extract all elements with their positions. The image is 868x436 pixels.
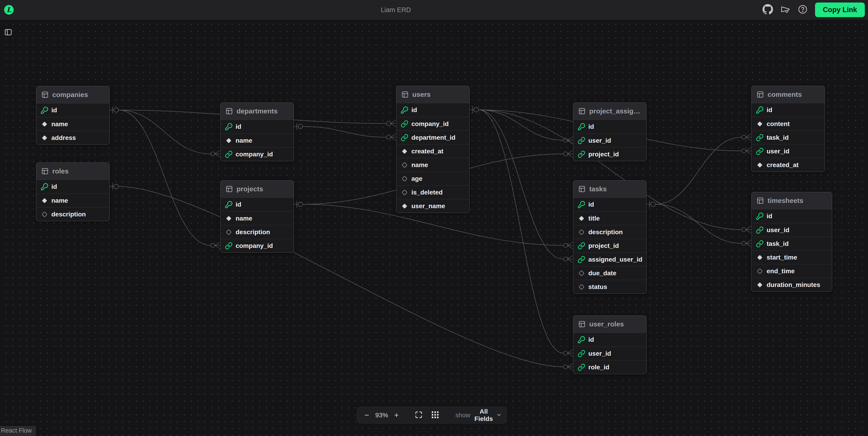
primary-key-icon [756, 212, 764, 220]
table-name: comments [768, 91, 821, 98]
column-row-roles-description[interactable]: description [36, 207, 110, 221]
column-row-users-id[interactable]: id [396, 103, 469, 117]
liam-logo[interactable]: L [4, 5, 14, 14]
column-row-departments-id[interactable]: id [221, 120, 293, 133]
foreign-key-link-icon [577, 256, 586, 263]
column-row-timesheets-task_id[interactable]: task_id [751, 237, 832, 250]
table-tasks[interactable]: tasksidtitledescriptionproject_idassigne… [573, 180, 647, 294]
column-row-roles-name[interactable]: name [36, 194, 110, 207]
column-row-users-company_id[interactable]: company_id [396, 117, 469, 131]
foreign-key-link-icon [756, 226, 764, 234]
table-header-timesheets[interactable]: timesheets [751, 192, 832, 209]
help-button[interactable] [798, 4, 808, 15]
column-row-departments-name[interactable]: name [221, 133, 293, 147]
table-project_assignments[interactable]: project_assignmentsiduser_idproject_id [573, 102, 647, 161]
table-user_roles[interactable]: user_rolesiduser_idrole_id [573, 315, 647, 374]
column-row-users-user_name[interactable]: user_name [396, 199, 469, 213]
column-name: description [588, 228, 623, 236]
table-header-comments[interactable]: comments [751, 86, 825, 103]
column-name: due_date [588, 270, 616, 277]
table-header-project_assignments[interactable]: project_assignments [573, 103, 646, 120]
react-flow-attribution[interactable]: React Flow [0, 426, 36, 436]
fit-view-button[interactable] [412, 410, 425, 420]
column-row-timesheets-user_id[interactable]: user_id [751, 223, 832, 237]
zoom-in-button[interactable]: + [393, 411, 400, 419]
canvas-toolbar: − 93% + show All Fields [357, 407, 506, 424]
table-departments[interactable]: departmentsidnamecompany_id [220, 102, 294, 161]
column-row-departments-company_id[interactable]: company_id [221, 147, 293, 161]
table-projects[interactable]: projectsidnamedescriptioncompany_id [220, 180, 294, 253]
column-name: assigned_user_id [588, 256, 643, 263]
column-name: id [51, 183, 57, 190]
column-name: task_id [767, 134, 789, 141]
column-row-timesheets-start_time[interactable]: start_time [751, 250, 832, 264]
column-name: description [236, 228, 270, 236]
table-header-departments[interactable]: departments [221, 103, 293, 120]
show-mode-select[interactable]: All Fields [473, 408, 503, 423]
table-comments[interactable]: commentsidcontenttask_iduser_idcreated_a… [751, 86, 825, 172]
column-row-timesheets-id[interactable]: id [751, 209, 832, 223]
panel-left-icon [4, 34, 13, 37]
column-row-projects-company_id[interactable]: company_id [221, 239, 293, 252]
tidy-up-button[interactable] [429, 410, 442, 420]
column-row-tasks-due_date[interactable]: due_date [573, 266, 646, 280]
column-row-users-department_id[interactable]: department_id [396, 131, 469, 144]
foreign-key-link-icon [225, 150, 233, 158]
column-row-roles-id[interactable]: id [36, 180, 110, 194]
nullable-diamond-icon [40, 211, 49, 218]
column-row-users-is_deleted[interactable]: is_deleted [396, 185, 469, 199]
primary-key-icon [756, 106, 764, 114]
column-row-project_assignments-user_id[interactable]: user_id [573, 133, 646, 147]
column-row-companies-name[interactable]: name [36, 117, 110, 131]
column-row-users-age[interactable]: age [396, 172, 469, 185]
column-row-tasks-status[interactable]: status [573, 280, 646, 293]
table-header-projects[interactable]: projects [221, 181, 293, 198]
column-row-tasks-project_id[interactable]: project_id [573, 239, 646, 252]
column-row-comments-content[interactable]: content [751, 117, 825, 131]
column-row-companies-id[interactable]: id [36, 103, 110, 117]
table-companies[interactable]: companiesidnameaddress [36, 86, 110, 145]
column-name: user_id [588, 137, 611, 144]
copy-link-button[interactable]: Copy Link [815, 2, 865, 17]
column-row-comments-user_id[interactable]: user_id [751, 144, 825, 158]
table-header-tasks[interactable]: tasks [573, 181, 646, 198]
github-button[interactable] [763, 4, 773, 15]
column-name: start_time [767, 254, 797, 261]
column-row-timesheets-end_time[interactable]: end_time [751, 264, 832, 278]
column-row-projects-description[interactable]: description [221, 225, 293, 239]
table-header-roles[interactable]: roles [36, 163, 110, 180]
table-roles[interactable]: rolesidnamedescription [36, 162, 110, 221]
column-row-users-name[interactable]: name [396, 158, 469, 172]
table-header-user_roles[interactable]: user_roles [573, 316, 646, 333]
column-row-tasks-id[interactable]: id [573, 198, 646, 211]
column-name: id [588, 201, 594, 208]
column-row-user_roles-id[interactable]: id [573, 333, 646, 346]
column-row-project_assignments-id[interactable]: id [573, 120, 646, 133]
column-name: name [236, 137, 252, 144]
column-row-project_assignments-project_id[interactable]: project_id [573, 147, 646, 161]
column-row-user_roles-role_id[interactable]: role_id [573, 360, 646, 374]
table-icon [401, 91, 409, 98]
table-users[interactable]: usersidcompany_iddepartment_idcreated_at… [396, 86, 470, 213]
column-row-timesheets-duration_minutes[interactable]: duration_minutes [751, 278, 832, 291]
column-row-tasks-description[interactable]: description [573, 225, 646, 239]
not-null-diamond-icon [756, 254, 764, 261]
table-header-companies[interactable]: companies [36, 86, 110, 103]
table-timesheets[interactable]: timesheetsiduser_idtask_idstart_timeend_… [751, 192, 832, 292]
column-row-users-created_at[interactable]: created_at [396, 144, 469, 158]
column-row-tasks-assigned_user_id[interactable]: assigned_user_id [573, 252, 646, 266]
column-row-tasks-title[interactable]: title [573, 211, 646, 225]
column-row-comments-id[interactable]: id [751, 103, 825, 117]
erd-canvas[interactable]: companiesidnameaddressrolesidnamedescrip… [0, 0, 868, 436]
zoom-out-button[interactable]: − [363, 411, 371, 419]
column-row-projects-id[interactable]: id [221, 198, 293, 211]
column-row-comments-created_at[interactable]: created_at [751, 158, 825, 172]
column-row-comments-task_id[interactable]: task_id [751, 131, 825, 144]
feedback-button[interactable] [780, 4, 790, 15]
sidebar-toggle-button[interactable] [4, 28, 13, 37]
zoom-level: 93% [374, 412, 390, 419]
column-row-companies-address[interactable]: address [36, 131, 110, 145]
column-row-user_roles-user_id[interactable]: user_id [573, 346, 646, 360]
table-header-users[interactable]: users [396, 86, 469, 103]
column-row-projects-name[interactable]: name [221, 211, 293, 225]
